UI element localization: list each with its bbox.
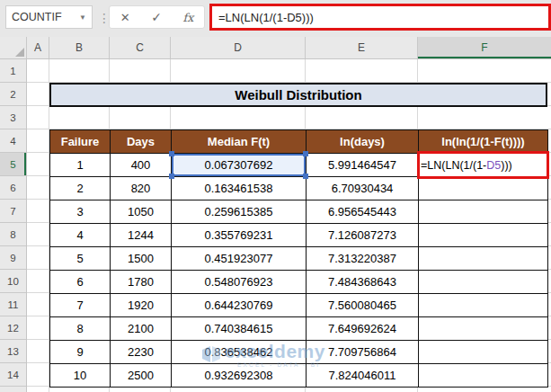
column-header-C[interactable]: C	[110, 37, 171, 58]
table-cell[interactable]: 1050	[111, 200, 172, 224]
row-header-12[interactable]: 12	[0, 316, 26, 340]
table-cell[interactable]: 2500	[111, 364, 172, 388]
row-header-2[interactable]: 2	[0, 83, 26, 106]
name-box[interactable]: COUNTIF ▼	[5, 5, 93, 29]
table-cell[interactable]	[419, 364, 548, 388]
table-cell[interactable]: 7.824046011	[307, 364, 419, 388]
table-cell[interactable]: 7	[50, 294, 111, 317]
formula-text: =LN(LN(1/(1-D5)))	[218, 11, 314, 24]
table-cell[interactable]	[419, 317, 548, 341]
table-row: 1025000.9326923087.824046011	[50, 364, 548, 388]
cells-area[interactable]: Weibull Distribution FailureDaysMedian F…	[27, 59, 551, 392]
formula-input[interactable]: =LN(LN(1/(1-D5)))	[209, 4, 551, 31]
row-header-4[interactable]: 4	[0, 129, 26, 153]
table-cell[interactable]: 7.126087273	[307, 224, 419, 247]
table-cell[interactable]: 0.355769231	[172, 224, 307, 247]
table-cell[interactable]	[419, 271, 548, 294]
table-cell[interactable]: 0.644230769	[172, 294, 307, 317]
table-cell[interactable]: 2	[50, 177, 111, 200]
row-header-3[interactable]: 3	[0, 106, 26, 129]
table-cell[interactable]: 5	[50, 247, 111, 271]
table-cell[interactable]: 6.956545443	[307, 200, 419, 224]
column-header-E[interactable]: E	[306, 37, 418, 58]
table-cell[interactable]: 3	[50, 200, 111, 224]
table-header-cell[interactable]: ln(days)	[307, 130, 419, 154]
formula-buttons: ✕ ✓ fx	[109, 5, 205, 29]
row-header-11[interactable]: 11	[0, 293, 26, 316]
table-cell[interactable]: 820	[111, 177, 172, 200]
table-cell[interactable]: 5.991464547	[307, 154, 419, 177]
table-cell[interactable]	[419, 294, 548, 317]
cell-formula-text: D5	[486, 159, 501, 172]
table-cell[interactable]: 0.932692308	[172, 364, 307, 388]
range-handle[interactable]	[169, 174, 174, 179]
range-handle[interactable]	[169, 151, 174, 156]
table-row: 719200.6442307697.560080465	[50, 294, 548, 317]
table-body: 14000.0673076925.991464547=LN(LN(1/(1-D5…	[50, 154, 548, 388]
table-cell[interactable]: 1780	[111, 271, 172, 294]
table-row: 922300.8365384627.709756864	[50, 341, 548, 364]
table-cell[interactable]: 4	[50, 224, 111, 247]
row-header-9[interactable]: 9	[0, 246, 26, 270]
range-handle[interactable]	[303, 174, 308, 179]
table-cell[interactable]: 400	[111, 154, 172, 177]
table-cell[interactable]: 1244	[111, 224, 172, 247]
table-cell[interactable]: 0.163461538	[172, 177, 307, 200]
row-header-6[interactable]: 6	[0, 176, 26, 200]
table-row: 28200.1634615386.70930434	[50, 177, 548, 200]
table-cell[interactable]	[419, 247, 548, 271]
chevron-down-icon[interactable]: ▼	[79, 13, 86, 22]
table-header-cell[interactable]: Days	[111, 130, 172, 154]
table-cell[interactable]	[419, 177, 548, 200]
table-cell[interactable]: 0.451923077	[172, 247, 307, 271]
table-cell[interactable]: 7.709756864	[307, 341, 419, 364]
range-handle[interactable]	[303, 151, 308, 156]
insert-function-icon[interactable]: fx	[183, 11, 194, 24]
column-header-D[interactable]: D	[171, 37, 306, 58]
row-header-10[interactable]: 10	[0, 270, 26, 293]
enter-icon[interactable]: ✓	[151, 10, 162, 24]
table-cell[interactable]: 6	[50, 271, 111, 294]
table-cell[interactable]: 0.836538462	[172, 341, 307, 364]
table-cell[interactable]: 7.560080465	[307, 294, 419, 317]
table-cell[interactable]: 0.740384615	[172, 317, 307, 341]
column-header-B[interactable]: B	[49, 37, 110, 58]
row-header-1[interactable]: 1	[0, 59, 26, 83]
title-cell[interactable]: Weibull Distribution	[49, 83, 547, 107]
name-box-value: COUNTIF	[12, 11, 62, 23]
table-cell[interactable]	[419, 200, 548, 224]
table-cell[interactable]: 2230	[111, 341, 172, 364]
table-cell[interactable]: 10	[50, 364, 111, 388]
table-cell[interactable]: 0.259615385	[172, 200, 307, 224]
table-cell[interactable]: 9	[50, 341, 111, 364]
table-cell[interactable]: 0.548076923	[172, 271, 307, 294]
row-header-8[interactable]: 8	[0, 223, 26, 246]
table-cell[interactable]: 1	[50, 154, 111, 177]
excel-window: COUNTIF ▼ ⋮ ✕ ✓ fx =LN(LN(1/(1-D5))) ABC…	[0, 0, 551, 392]
table-header-cell[interactable]: ln(ln(1/(1-F(t))))	[419, 130, 548, 154]
referenced-cell-D5[interactable]: 0.067307692	[172, 154, 307, 177]
cancel-icon[interactable]: ✕	[120, 11, 130, 24]
table-cell[interactable]: 2100	[111, 317, 172, 341]
column-header-A[interactable]: A	[27, 37, 49, 58]
table-cell[interactable]: 7.484368643	[307, 271, 419, 294]
table-cell[interactable]: 7.649692624	[307, 317, 419, 341]
row-header-13[interactable]: 13	[0, 340, 26, 363]
table-row: 617800.5480769237.484368643	[50, 271, 548, 294]
column-header-F[interactable]: F	[418, 37, 551, 58]
table-cell[interactable]: 7.313220387	[307, 247, 419, 271]
row-header-5[interactable]: 5	[0, 153, 26, 176]
table-cell[interactable]	[419, 224, 548, 247]
table-cell[interactable]: 1500	[111, 247, 172, 271]
active-cell-F5[interactable]: =LN(LN(1/(1-D5)))	[419, 154, 548, 177]
row-header-14[interactable]: 14	[0, 363, 26, 387]
table-cell[interactable]: 1920	[111, 294, 172, 317]
table-header-cell[interactable]: Failure	[50, 130, 111, 154]
row-header-7[interactable]: 7	[0, 200, 26, 223]
table-row: 14000.0673076925.991464547=LN(LN(1/(1-D5…	[50, 154, 548, 177]
table-header-cell[interactable]: Median F(t)	[172, 130, 307, 154]
table-cell[interactable]: 8	[50, 317, 111, 341]
table-cell[interactable]: 6.70930434	[307, 177, 419, 200]
select-all-corner[interactable]	[0, 37, 27, 58]
table-cell[interactable]	[419, 341, 548, 364]
